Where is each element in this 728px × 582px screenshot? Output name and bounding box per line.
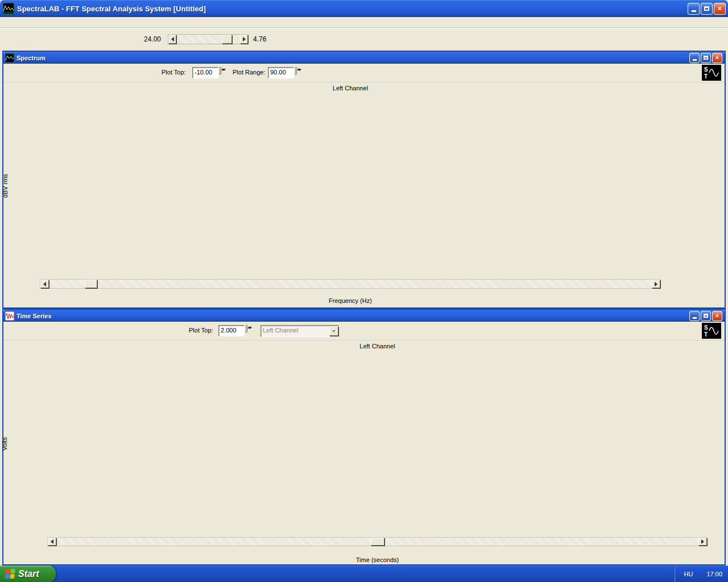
plot-top-label: Plot Top: (162, 69, 186, 76)
channel-select[interactable]: Left Channel (260, 325, 339, 337)
plot-range-spinner[interactable] (295, 67, 303, 74)
menu-bar (0, 17, 728, 28)
speed-value: 4.76 (253, 35, 266, 43)
slider-thumb[interactable] (222, 35, 232, 44)
spectrum-scroll-right-icon[interactable] (652, 280, 660, 288)
spectrum-plot-title: Left Channel (40, 85, 661, 92)
plot-top-field[interactable]: -10.00 (192, 67, 218, 78)
time-plot-top-label: Plot Top: (189, 327, 213, 334)
time-series-titlebar[interactable]: Time Series × (3, 310, 725, 322)
spectrum-plot[interactable] (40, 94, 661, 279)
slider-right-arrow-icon[interactable] (240, 35, 248, 44)
svg-text:T: T (704, 73, 708, 80)
spectrum-minimize-button[interactable] (689, 53, 700, 63)
time-scroll-thumb[interactable] (371, 538, 384, 546)
time-series-toolbar: Plot Top: 2.000 Left Channel ST (3, 322, 725, 340)
position-value: 24.00 (144, 35, 161, 43)
spectralab-st-logo: ST (702, 323, 721, 339)
taskbar: Start HU 17:00 (0, 566, 728, 582)
taskbar-clock: 17:00 (706, 571, 722, 577)
spectrum-window-icon (5, 53, 14, 63)
spectrum-x-axis-label: Frequency (Hz) (40, 297, 661, 304)
time-maximize-button[interactable] (701, 311, 711, 321)
maximize-button[interactable] (701, 3, 713, 15)
main-window-title: SpectraLAB - FFT Spectral Analysis Syste… (17, 5, 688, 13)
time-series-window-title: Time Series (16, 313, 689, 319)
time-y-axis-label: Volts (1, 437, 8, 451)
spectrum-scroll-left-icon[interactable] (40, 280, 49, 288)
start-label: Start (18, 569, 39, 579)
svg-text:S: S (704, 66, 708, 73)
start-button[interactable]: Start (0, 566, 56, 582)
time-series-content: Left Channel Volts Time (seconds) (3, 340, 725, 564)
spectralab-st-logo: ST (702, 65, 721, 81)
minimize-button[interactable] (688, 3, 700, 15)
mdi-client-area: Spectrum × Plot Top: -10.00 Plot Range: … (2, 51, 726, 566)
language-indicator[interactable]: HU (680, 571, 698, 577)
position-slider[interactable] (168, 34, 249, 44)
spectrum-content: Left Channel dBV rms Frequency (Hz) (3, 82, 725, 307)
close-button[interactable]: × (714, 3, 726, 15)
spectrum-hscrollbar[interactable] (40, 279, 661, 289)
svg-text:S: S (704, 325, 708, 331)
slider-left-arrow-icon[interactable] (168, 35, 176, 44)
time-series-plot[interactable] (47, 352, 708, 537)
windows-flag-icon (4, 568, 16, 579)
spectralab-app-icon (3, 3, 14, 14)
system-tray: HU 17:00 (675, 566, 728, 582)
time-plot-top-field[interactable]: 2.000 (218, 325, 245, 336)
time-plot-top-spinner[interactable] (245, 325, 253, 332)
main-titlebar[interactable]: SpectraLAB - FFT Spectral Analysis Syste… (0, 0, 728, 17)
plot-top-spinner[interactable] (219, 67, 227, 74)
spectrum-scroll-thumb[interactable] (85, 280, 97, 288)
spectrum-close-button[interactable]: × (712, 53, 722, 63)
time-scroll-left-icon[interactable] (48, 538, 56, 546)
spectrum-titlebar[interactable]: Spectrum × (3, 52, 725, 64)
time-series-window: Time Series × Plot Top: 2.000 Left Chann… (3, 309, 725, 565)
svg-text:T: T (704, 331, 708, 338)
channel-select-dropdown-icon[interactable] (329, 326, 338, 336)
spectrum-window-title: Spectrum (16, 55, 689, 61)
plot-range-field[interactable]: 90.00 (268, 67, 294, 78)
time-close-button[interactable]: × (712, 311, 722, 321)
time-x-axis-label: Time (seconds) (47, 556, 708, 563)
desktop: SpectraLAB - FFT Spectral Analysis Syste… (0, 0, 728, 582)
transport-toolbar: 24.00 4.76 (0, 28, 728, 51)
plot-range-label: Plot Range: (233, 69, 265, 76)
time-series-window-icon (5, 311, 14, 321)
time-hscrollbar[interactable] (47, 537, 708, 546)
spectrum-window: Spectrum × Plot Top: -10.00 Plot Range: … (3, 51, 725, 308)
spectrum-toolbar: Plot Top: -10.00 Plot Range: 90.00 ST (3, 64, 725, 82)
spectrum-maximize-button[interactable] (701, 53, 711, 63)
time-scroll-right-icon[interactable] (698, 538, 707, 546)
spectrum-y-axis-label: dBV rms (2, 174, 9, 198)
time-plot-title: Left Channel (47, 343, 708, 350)
time-minimize-button[interactable] (689, 311, 700, 321)
